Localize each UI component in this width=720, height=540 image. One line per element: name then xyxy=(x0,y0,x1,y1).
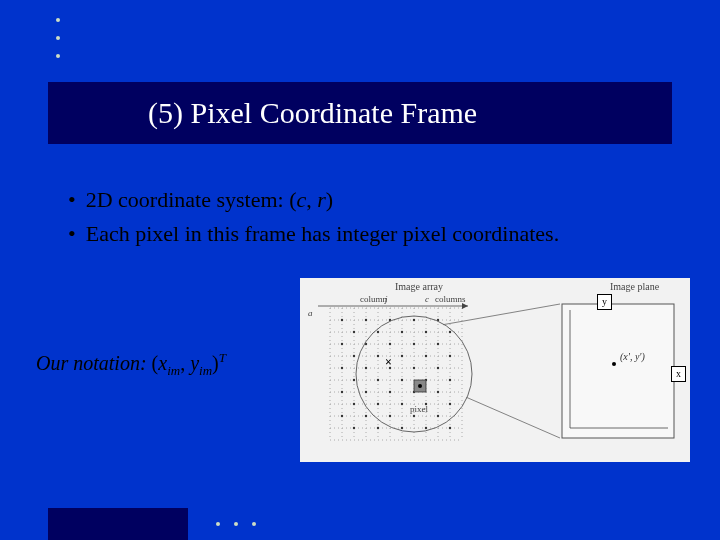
svg-text:(x', y'): (x', y') xyxy=(620,351,645,363)
svg-point-79 xyxy=(353,427,355,429)
svg-text:pixel: pixel xyxy=(410,404,428,414)
svg-point-58 xyxy=(437,367,439,369)
svg-point-78 xyxy=(437,415,439,417)
svg-point-50 xyxy=(377,355,379,357)
slide-title: (5) Pixel Coordinate Frame xyxy=(148,96,477,130)
svg-point-35 xyxy=(365,319,367,321)
svg-point-57 xyxy=(413,367,415,369)
bullet-list: • 2D coordinate system: (c, r) • Each pi… xyxy=(68,185,680,252)
svg-point-94 xyxy=(612,362,616,366)
bullet-1-text: 2D coordinate system: (c, r) xyxy=(86,185,333,215)
svg-point-66 xyxy=(389,391,391,393)
decorative-dots-top xyxy=(56,18,60,72)
svg-text:column: column xyxy=(360,294,387,304)
svg-point-82 xyxy=(425,427,427,429)
svg-point-39 xyxy=(353,331,355,333)
svg-point-46 xyxy=(389,343,391,345)
title-bar: (5) Pixel Coordinate Frame xyxy=(48,82,672,144)
svg-point-80 xyxy=(377,427,379,429)
bullet-marker: • xyxy=(68,219,76,249)
svg-point-55 xyxy=(365,367,367,369)
notation-line: Our notation: (xim, yim)T xyxy=(36,350,226,379)
svg-text:×: × xyxy=(385,355,392,369)
svg-point-65 xyxy=(365,391,367,393)
figure-diagram: Image arrayImage planecolumnjccolumnsapi… xyxy=(300,278,690,462)
svg-point-40 xyxy=(377,331,379,333)
svg-point-77 xyxy=(413,415,415,417)
svg-point-54 xyxy=(341,367,343,369)
svg-rect-91 xyxy=(562,304,674,438)
decorative-dots-bottom xyxy=(216,522,270,526)
svg-point-64 xyxy=(341,391,343,393)
svg-point-85 xyxy=(418,384,422,388)
svg-point-61 xyxy=(401,379,403,381)
x-axis-label: x xyxy=(671,366,686,382)
bullet-marker: • xyxy=(68,185,76,215)
svg-text:columns: columns xyxy=(435,294,466,304)
svg-text:c: c xyxy=(425,294,429,304)
svg-point-34 xyxy=(341,319,343,321)
bullet-2: • Each pixel in this frame has integer p… xyxy=(68,219,680,249)
svg-point-63 xyxy=(449,379,451,381)
svg-point-75 xyxy=(365,415,367,417)
footer-block xyxy=(48,508,188,540)
svg-text:Image array: Image array xyxy=(395,281,443,292)
svg-point-76 xyxy=(389,415,391,417)
bullet-2-text: Each pixel in this frame has integer pix… xyxy=(86,219,559,249)
svg-text:j: j xyxy=(384,294,388,304)
svg-point-71 xyxy=(401,403,403,405)
svg-point-52 xyxy=(425,355,427,357)
svg-point-74 xyxy=(341,415,343,417)
svg-point-41 xyxy=(401,331,403,333)
svg-point-70 xyxy=(377,403,379,405)
svg-point-53 xyxy=(449,355,451,357)
bullet-1: • 2D coordinate system: (c, r) xyxy=(68,185,680,215)
svg-point-81 xyxy=(401,427,403,429)
y-axis-label: y xyxy=(597,294,612,310)
svg-point-51 xyxy=(401,355,403,357)
svg-point-69 xyxy=(353,403,355,405)
svg-point-37 xyxy=(413,319,415,321)
svg-point-60 xyxy=(377,379,379,381)
svg-point-44 xyxy=(341,343,343,345)
svg-point-43 xyxy=(449,331,451,333)
svg-point-49 xyxy=(353,355,355,357)
svg-point-83 xyxy=(449,427,451,429)
svg-point-48 xyxy=(437,343,439,345)
svg-text:a: a xyxy=(308,308,313,318)
svg-point-42 xyxy=(425,331,427,333)
svg-point-47 xyxy=(413,343,415,345)
svg-point-73 xyxy=(449,403,451,405)
svg-text:Image plane: Image plane xyxy=(610,281,660,292)
svg-point-68 xyxy=(437,391,439,393)
svg-point-59 xyxy=(353,379,355,381)
